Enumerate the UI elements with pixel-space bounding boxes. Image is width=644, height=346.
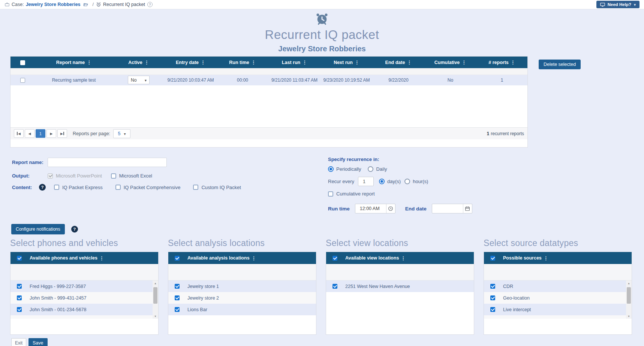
item-checkbox[interactable] <box>17 295 22 300</box>
item-checkbox[interactable] <box>17 307 22 312</box>
pager: 1 Reports per page: 5 1recurrent reports <box>10 127 527 139</box>
analysis-locations-list: Available analysis locations Jewelry sto… <box>168 252 316 335</box>
run-time-input[interactable] <box>355 204 386 213</box>
item-checkbox[interactable] <box>17 284 22 289</box>
column-menu-icon[interactable] <box>201 60 205 65</box>
active-select[interactable]: No <box>128 76 150 84</box>
calendar-icon[interactable] <box>463 204 472 213</box>
scrollbar-up-icon[interactable] <box>153 280 158 286</box>
col-header-active[interactable]: Active <box>113 57 165 68</box>
recur-every-input[interactable] <box>358 177 374 186</box>
chevron-down-icon <box>124 131 126 136</box>
content-help-icon[interactable] <box>39 184 46 191</box>
notifications-row: Configure notifications <box>11 224 78 234</box>
save-button[interactable]: Save <box>28 338 48 346</box>
row-checkbox[interactable] <box>20 78 25 83</box>
analysis-locations-section: Select analysis locations Available anal… <box>168 238 316 335</box>
item-checkbox[interactable] <box>332 284 337 289</box>
col-header-cumulative[interactable]: Cumulative <box>424 57 476 68</box>
periodically-radio[interactable] <box>328 166 334 172</box>
end-date-input[interactable] <box>432 204 463 213</box>
item-checkbox[interactable] <box>175 295 180 300</box>
hours-radio[interactable] <box>404 179 410 184</box>
item-checkbox[interactable] <box>490 284 495 289</box>
breadcrumb-separator: / <box>93 2 94 7</box>
output-powerpoint-checkbox[interactable] <box>48 173 53 179</box>
list-header-label[interactable]: Available view locations <box>345 255 399 261</box>
col-header-end-date[interactable]: End date <box>373 57 424 68</box>
need-help-button[interactable]: Need Help? <box>596 1 640 8</box>
scrollbar[interactable] <box>626 280 632 319</box>
iq-packet-comprehensive-checkbox[interactable] <box>115 185 121 190</box>
cumulative-report-checkbox[interactable] <box>328 191 333 197</box>
iq-packet-express-checkbox[interactable] <box>54 185 59 190</box>
select-all-checkbox[interactable] <box>20 60 25 65</box>
list-header-label[interactable]: Available analysis locations <box>187 255 250 261</box>
daily-radio[interactable] <box>368 166 373 172</box>
scrollbar-thumb[interactable] <box>627 287 631 304</box>
col-header-report-name[interactable]: Report name <box>35 57 113 68</box>
select-all-checkbox[interactable] <box>332 256 337 261</box>
list-header-label[interactable]: Available phones and vehicles <box>30 255 97 261</box>
item-checkbox[interactable] <box>175 284 180 289</box>
page-size-select[interactable]: 5 <box>113 129 130 138</box>
column-menu-icon[interactable] <box>407 60 412 65</box>
list-fill <box>484 319 632 335</box>
grid-empty-area <box>10 85 527 127</box>
item-checkbox[interactable] <box>175 307 180 312</box>
select-all-checkbox[interactable] <box>17 256 22 261</box>
notifications-help-icon[interactable] <box>71 226 78 233</box>
scrollbar-down-icon[interactable] <box>153 313 158 319</box>
delete-selected-button[interactable]: Delete selected <box>539 60 581 69</box>
recur-every-label: Recur every <box>328 179 354 184</box>
output-excel-checkbox[interactable] <box>111 173 116 179</box>
exit-button[interactable]: Exit <box>11 338 26 346</box>
report-name-input[interactable] <box>48 158 167 167</box>
item-checkbox[interactable] <box>490 307 495 312</box>
list-fill <box>168 319 316 335</box>
list-header-label[interactable]: Possible sources <box>503 255 542 261</box>
column-menu-icon[interactable] <box>401 255 406 261</box>
days-radio[interactable] <box>379 179 385 184</box>
column-menu-icon[interactable] <box>511 60 515 65</box>
scrollbar-thumb[interactable] <box>153 287 157 304</box>
select-all-checkbox[interactable] <box>490 256 495 261</box>
clock-icon[interactable] <box>386 204 395 213</box>
output-label: Output: <box>12 173 48 179</box>
column-menu-icon[interactable] <box>99 255 104 261</box>
item-checkbox[interactable] <box>490 295 495 300</box>
list-viewport: Jewelry store 1 Jewelry store 2 Lions Ba… <box>168 280 316 319</box>
list-item: 2251 West New Haven Avenue <box>326 280 474 292</box>
configure-notifications-button[interactable]: Configure notifications <box>11 224 65 234</box>
last-page-button[interactable] <box>57 129 67 138</box>
select-all-checkbox[interactable] <box>175 256 180 261</box>
help-circle-icon[interactable] <box>147 2 153 7</box>
column-menu-icon[interactable] <box>87 60 91 65</box>
scrollbar-up-icon[interactable] <box>626 280 632 286</box>
prev-page-button[interactable] <box>25 129 34 138</box>
col-header-num-reports[interactable]: # reports <box>476 57 527 68</box>
case-name-link[interactable]: Jewelry Store Robberies <box>26 2 81 7</box>
custom-iq-packet-checkbox[interactable] <box>193 185 198 190</box>
column-menu-icon[interactable] <box>355 60 359 65</box>
first-page-button[interactable] <box>14 129 24 138</box>
column-menu-icon[interactable] <box>252 255 256 261</box>
column-menu-icon[interactable] <box>251 60 256 65</box>
table-header-row: Report name Active Entry date Run time L… <box>10 57 527 68</box>
column-menu-icon[interactable] <box>144 60 149 65</box>
column-menu-icon[interactable] <box>544 255 548 261</box>
list-item: Lions Bar <box>168 304 316 315</box>
next-page-button[interactable] <box>46 129 56 138</box>
page-1-button[interactable]: 1 <box>36 129 45 138</box>
col-header-run-time[interactable]: Run time <box>217 57 268 68</box>
folder-open-icon[interactable] <box>83 2 88 7</box>
scrollbar-down-icon[interactable] <box>626 313 632 319</box>
cell-report-name: Recurring sample test <box>35 75 113 85</box>
column-menu-icon[interactable] <box>302 60 307 65</box>
page-subtitle: Jewelry Store Robberies <box>0 45 644 53</box>
col-header-entry-date[interactable]: Entry date <box>165 57 217 68</box>
column-menu-icon[interactable] <box>461 60 466 65</box>
col-header-next-run[interactable]: Next run <box>321 57 373 68</box>
col-header-last-run[interactable]: Last run <box>268 57 321 68</box>
scrollbar[interactable] <box>153 280 158 319</box>
